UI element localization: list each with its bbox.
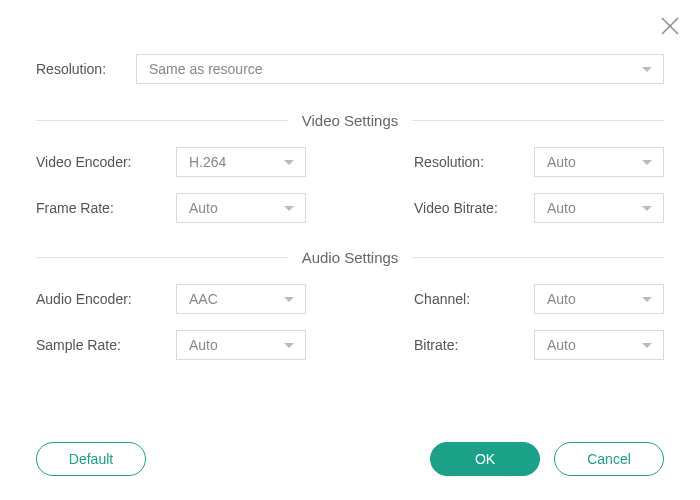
chevron-down-icon <box>641 200 653 216</box>
sample-rate-label: Sample Rate: <box>36 337 176 353</box>
chevron-down-icon <box>283 291 295 307</box>
resolution-top-label: Resolution: <box>36 61 136 77</box>
default-button-label: Default <box>69 451 113 467</box>
video-bitrate-label: Video Bitrate: <box>414 200 534 216</box>
default-button[interactable]: Default <box>36 442 146 476</box>
channel-label: Channel: <box>414 291 534 307</box>
frame-rate-select[interactable]: Auto <box>176 193 306 223</box>
video-resolution-value: Auto <box>547 154 576 170</box>
video-bitrate-value: Auto <box>547 200 576 216</box>
close-button[interactable] <box>658 14 682 38</box>
chevron-down-icon <box>641 154 653 170</box>
chevron-down-icon <box>641 291 653 307</box>
video-settings-title: Video Settings <box>288 112 412 129</box>
audio-bitrate-value: Auto <box>547 337 576 353</box>
ok-button[interactable]: OK <box>430 442 540 476</box>
frame-rate-value: Auto <box>189 200 218 216</box>
resolution-top-select[interactable]: Same as resource <box>136 54 664 84</box>
cancel-button[interactable]: Cancel <box>554 442 664 476</box>
frame-rate-label: Frame Rate: <box>36 200 176 216</box>
video-encoder-label: Video Encoder: <box>36 154 176 170</box>
video-settings-header: Video Settings <box>36 112 664 129</box>
chevron-down-icon <box>641 337 653 353</box>
channel-value: Auto <box>547 291 576 307</box>
ok-button-label: OK <box>475 451 495 467</box>
audio-settings-header: Audio Settings <box>36 249 664 266</box>
audio-bitrate-select[interactable]: Auto <box>534 330 664 360</box>
sample-rate-value: Auto <box>189 337 218 353</box>
chevron-down-icon <box>283 337 295 353</box>
resolution-top-value: Same as resource <box>149 61 263 77</box>
audio-settings-title: Audio Settings <box>288 249 413 266</box>
sample-rate-select[interactable]: Auto <box>176 330 306 360</box>
video-encoder-select[interactable]: H.264 <box>176 147 306 177</box>
audio-encoder-select[interactable]: AAC <box>176 284 306 314</box>
channel-select[interactable]: Auto <box>534 284 664 314</box>
video-bitrate-select[interactable]: Auto <box>534 193 664 223</box>
chevron-down-icon <box>283 154 295 170</box>
cancel-button-label: Cancel <box>587 451 631 467</box>
video-encoder-value: H.264 <box>189 154 226 170</box>
chevron-down-icon <box>283 200 295 216</box>
close-icon <box>658 14 682 38</box>
audio-bitrate-label: Bitrate: <box>414 337 534 353</box>
audio-encoder-value: AAC <box>189 291 218 307</box>
audio-encoder-label: Audio Encoder: <box>36 291 176 307</box>
chevron-down-icon <box>641 61 653 77</box>
video-resolution-select[interactable]: Auto <box>534 147 664 177</box>
video-resolution-label: Resolution: <box>414 154 534 170</box>
